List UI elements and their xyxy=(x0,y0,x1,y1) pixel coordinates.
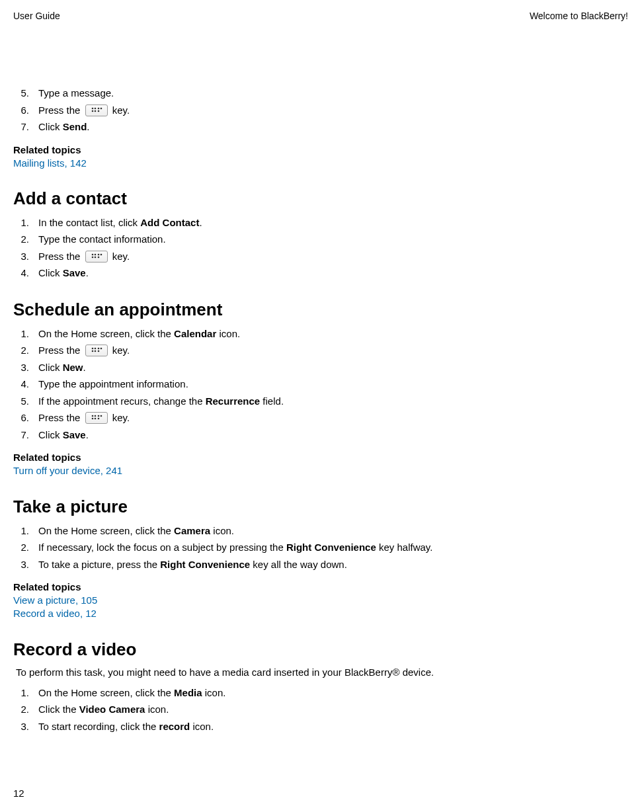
svg-point-15 xyxy=(94,348,96,350)
related-link[interactable]: View a picture, 105 xyxy=(13,594,628,607)
related-heading-2: Related topics xyxy=(13,452,628,463)
svg-point-14 xyxy=(91,348,93,350)
list-item: 3.Press the key. xyxy=(13,249,628,264)
list-text: In the contact list, click Add Contact. xyxy=(38,216,202,231)
list-number: 6. xyxy=(13,411,29,426)
list-number: 1. xyxy=(13,686,29,701)
menu-key-icon xyxy=(85,412,108,424)
top-list: 5.Type a message.6.Press the key.7.Click… xyxy=(13,86,628,135)
list-number: 2. xyxy=(13,540,29,555)
record-video-intro: To perform this task, you might need to … xyxy=(16,667,628,678)
svg-point-16 xyxy=(91,350,93,352)
list-item: 1.On the Home screen, click the Camera i… xyxy=(13,524,628,539)
list-text: Type the appointment information. xyxy=(38,377,188,392)
svg-point-13 xyxy=(97,256,99,258)
list-item: 3.To start recording, click the record i… xyxy=(13,719,628,735)
list-text: To take a picture, press the Right Conve… xyxy=(38,557,347,573)
list-number: 6. xyxy=(13,103,29,118)
list-number: 3. xyxy=(13,249,29,264)
svg-point-17 xyxy=(94,350,96,352)
page-content: 5.Type a message.6.Press the key.7.Click… xyxy=(13,86,628,734)
menu-key-icon xyxy=(85,104,108,116)
svg-point-3 xyxy=(94,110,96,112)
list-text: Click Send. xyxy=(38,120,90,135)
list-item: 2.If necessary, lock the focus on a subj… xyxy=(13,540,628,555)
svg-point-11 xyxy=(97,253,99,255)
list-number: 2. xyxy=(13,702,29,717)
list-number: 1. xyxy=(13,216,29,231)
list-text: To start recording, click the record ico… xyxy=(38,719,214,735)
svg-point-8 xyxy=(94,253,96,255)
list-item: 4.Type the appointment information. xyxy=(13,377,628,392)
svg-point-18 xyxy=(97,348,99,350)
list-text: Click New. xyxy=(38,360,86,376)
list-item: 5.If the appointment recurs, change the … xyxy=(13,394,628,409)
page-number: 12 xyxy=(13,788,24,799)
list-item: 7.Click Send. xyxy=(13,120,628,135)
related-heading-3: Related topics xyxy=(13,581,628,592)
list-item: 6.Press the key. xyxy=(13,103,628,118)
list-item: 7.Click Save. xyxy=(13,428,628,443)
list-item: 1.In the contact list, click Add Contact… xyxy=(13,216,628,231)
svg-point-22 xyxy=(94,415,96,417)
list-text: Press the key. xyxy=(38,411,130,426)
list-item: 5.Type a message. xyxy=(13,86,628,101)
list-item: 2.Type the contact information. xyxy=(13,232,628,247)
list-item: 1.On the Home screen, click the Media ic… xyxy=(13,686,628,701)
list-item: 2.Press the key. xyxy=(13,343,628,358)
related-heading-1: Related topics xyxy=(13,144,628,155)
list-number: 7. xyxy=(13,428,29,443)
list-text: Press the key. xyxy=(38,343,130,358)
svg-point-7 xyxy=(91,253,93,255)
list-number: 3. xyxy=(13,557,29,573)
related-link[interactable]: Turn off your device, 241 xyxy=(13,464,628,477)
list-text: On the Home screen, click the Camera ico… xyxy=(38,524,234,539)
svg-point-25 xyxy=(97,415,99,417)
list-text: Type the contact information. xyxy=(38,232,166,247)
list-number: 7. xyxy=(13,120,29,135)
list-item: 3.Click New. xyxy=(13,360,628,376)
list-number: 2. xyxy=(13,232,29,247)
svg-point-1 xyxy=(94,107,96,109)
list-text: If the appointment recurs, change the Re… xyxy=(38,394,284,409)
list-text: Press the key. xyxy=(38,249,130,264)
list-record-video: 1.On the Home screen, click the Media ic… xyxy=(13,686,628,735)
svg-point-20 xyxy=(97,350,99,352)
menu-key-icon xyxy=(85,251,108,263)
list-text: On the Home screen, click the Media icon… xyxy=(38,686,225,701)
list-text: Type a message. xyxy=(38,86,114,101)
svg-point-23 xyxy=(91,418,93,420)
svg-point-9 xyxy=(91,256,93,258)
list-number: 3. xyxy=(13,360,29,376)
svg-point-24 xyxy=(94,418,96,420)
header-right: Welcome to BlackBerry! xyxy=(530,11,628,21)
list-item: 6.Press the key. xyxy=(13,411,628,426)
list-number: 4. xyxy=(13,377,29,392)
related-links-1: Mailing lists, 142 xyxy=(13,157,628,170)
list-number: 5. xyxy=(13,394,29,409)
heading-add-contact: Add a contact xyxy=(13,188,628,209)
svg-point-21 xyxy=(91,415,93,417)
heading-record-video: Record a video xyxy=(13,639,628,660)
list-text: Click Save. xyxy=(38,266,89,281)
related-links-3: View a picture, 105Record a video, 12 xyxy=(13,594,628,621)
svg-point-10 xyxy=(94,256,96,258)
list-text: On the Home screen, click the Calendar i… xyxy=(38,327,240,342)
list-take-picture: 1.On the Home screen, click the Camera i… xyxy=(13,524,628,573)
header-left: User Guide xyxy=(13,11,60,21)
list-number: 1. xyxy=(13,524,29,539)
list-number: 4. xyxy=(13,266,29,281)
list-text: Click the Video Camera icon. xyxy=(38,702,169,717)
related-link[interactable]: Record a video, 12 xyxy=(13,607,628,620)
list-text: Press the key. xyxy=(38,103,130,118)
list-item: 4.Click Save. xyxy=(13,266,628,281)
list-number: 2. xyxy=(13,343,29,358)
list-item: 1.On the Home screen, click the Calendar… xyxy=(13,327,628,342)
list-number: 5. xyxy=(13,86,29,101)
svg-point-27 xyxy=(97,418,99,420)
heading-take-picture: Take a picture xyxy=(13,497,628,517)
svg-point-5 xyxy=(100,107,102,109)
related-link[interactable]: Mailing lists, 142 xyxy=(13,157,628,170)
svg-point-0 xyxy=(91,107,93,109)
heading-schedule: Schedule an appointment xyxy=(13,300,628,320)
